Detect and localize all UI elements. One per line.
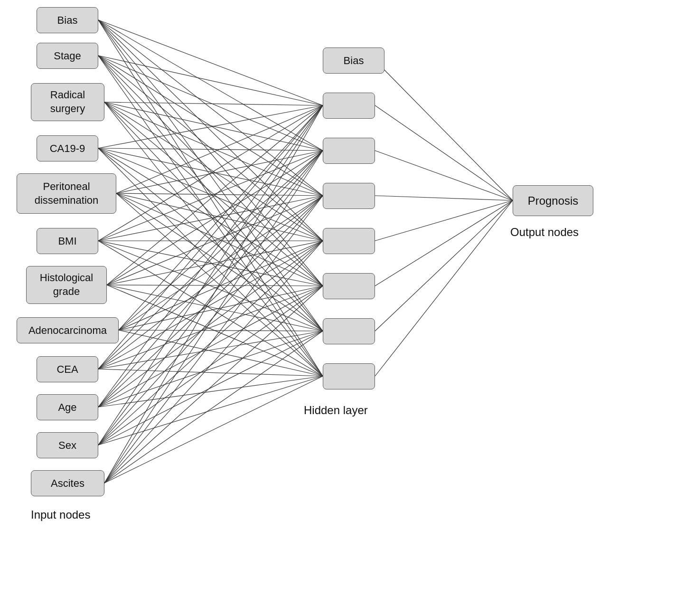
svg-line-79 <box>104 196 323 483</box>
svg-line-84 <box>375 60 513 200</box>
svg-line-20 <box>104 102 323 376</box>
svg-line-32 <box>116 193 323 286</box>
svg-line-63 <box>98 105 323 407</box>
svg-line-7 <box>98 56 323 105</box>
input-peritoneal: Peritonealdissemination <box>17 173 116 214</box>
svg-line-68 <box>98 331 323 407</box>
svg-line-87 <box>375 196 513 200</box>
svg-line-83 <box>104 376 323 483</box>
svg-line-27 <box>98 148 323 376</box>
hidden-layer-label: Hidden layer <box>304 404 368 417</box>
svg-line-34 <box>116 193 323 376</box>
svg-line-62 <box>98 369 323 376</box>
svg-line-66 <box>98 241 323 407</box>
input-age: Age <box>37 394 98 420</box>
svg-line-35 <box>98 105 323 241</box>
svg-line-29 <box>116 151 323 193</box>
svg-line-91 <box>375 200 513 376</box>
svg-line-19 <box>104 102 323 331</box>
svg-line-42 <box>107 105 323 285</box>
input-nodes-label: Input nodes <box>31 508 90 521</box>
input-bmi: BMI <box>37 228 98 254</box>
svg-line-64 <box>98 151 323 407</box>
svg-line-77 <box>104 105 323 483</box>
svg-line-43 <box>107 151 323 285</box>
svg-line-67 <box>98 286 323 407</box>
svg-line-33 <box>116 193 323 331</box>
svg-line-6 <box>98 20 323 376</box>
svg-line-61 <box>98 331 323 369</box>
input-adenocarcinoma: Adenocarcinoma <box>17 317 119 343</box>
svg-line-54 <box>119 330 323 331</box>
hidden-1 <box>323 93 375 119</box>
svg-line-36 <box>98 151 323 241</box>
svg-line-21 <box>98 105 323 148</box>
input-stage: Stage <box>37 43 98 69</box>
svg-line-26 <box>98 148 323 331</box>
svg-line-46 <box>107 285 323 286</box>
svg-line-1 <box>98 20 323 151</box>
svg-line-71 <box>98 151 323 445</box>
svg-line-65 <box>98 196 323 407</box>
svg-line-12 <box>98 56 323 331</box>
svg-line-50 <box>119 151 323 330</box>
svg-line-59 <box>98 241 323 369</box>
svg-line-60 <box>98 286 323 369</box>
hidden-5 <box>323 273 375 299</box>
hidden-6 <box>323 318 375 344</box>
svg-line-57 <box>98 151 323 369</box>
svg-line-82 <box>104 331 323 483</box>
input-radical-surgery: Radicalsurgery <box>31 83 104 121</box>
svg-line-37 <box>98 196 323 241</box>
svg-line-70 <box>98 105 323 445</box>
svg-line-3 <box>98 20 323 241</box>
hidden-bias: Bias <box>323 47 384 74</box>
svg-line-88 <box>375 200 513 241</box>
svg-line-45 <box>107 241 323 285</box>
svg-line-76 <box>98 376 323 445</box>
svg-line-74 <box>98 286 323 445</box>
svg-line-9 <box>98 56 323 196</box>
svg-line-72 <box>98 196 323 445</box>
svg-line-40 <box>98 241 323 331</box>
svg-line-44 <box>107 196 323 285</box>
hidden-2 <box>323 138 375 164</box>
svg-line-90 <box>375 200 513 331</box>
svg-line-22 <box>98 148 323 151</box>
svg-line-23 <box>98 148 323 196</box>
svg-line-86 <box>375 151 513 200</box>
output-nodes-label: Output nodes <box>510 226 579 239</box>
svg-line-4 <box>98 20 323 286</box>
svg-line-89 <box>375 200 513 286</box>
svg-line-80 <box>104 241 323 483</box>
svg-line-49 <box>119 105 323 330</box>
svg-line-53 <box>119 286 323 330</box>
svg-line-56 <box>98 105 323 369</box>
svg-line-73 <box>98 241 323 445</box>
svg-line-75 <box>98 331 323 445</box>
svg-line-18 <box>104 102 323 286</box>
svg-line-58 <box>98 196 323 369</box>
svg-line-52 <box>119 241 323 330</box>
svg-line-78 <box>104 151 323 483</box>
svg-line-81 <box>104 286 323 483</box>
svg-line-85 <box>375 105 513 200</box>
svg-line-14 <box>104 102 323 105</box>
svg-line-13 <box>98 56 323 376</box>
svg-line-39 <box>98 241 323 286</box>
input-ca199: CA19-9 <box>37 135 98 161</box>
svg-line-17 <box>104 102 323 241</box>
input-cea: CEA <box>37 356 98 382</box>
input-histological: Histologicalgrade <box>26 266 107 304</box>
svg-line-10 <box>98 56 323 241</box>
hidden-3 <box>323 183 375 209</box>
svg-line-31 <box>116 193 323 241</box>
hidden-7 <box>323 363 375 389</box>
input-bias: Bias <box>37 7 98 33</box>
svg-line-11 <box>98 56 323 286</box>
svg-line-0 <box>98 20 323 105</box>
svg-line-47 <box>107 285 323 331</box>
svg-line-51 <box>119 196 323 330</box>
output-prognosis: Prognosis <box>513 185 593 216</box>
svg-line-41 <box>98 241 323 376</box>
